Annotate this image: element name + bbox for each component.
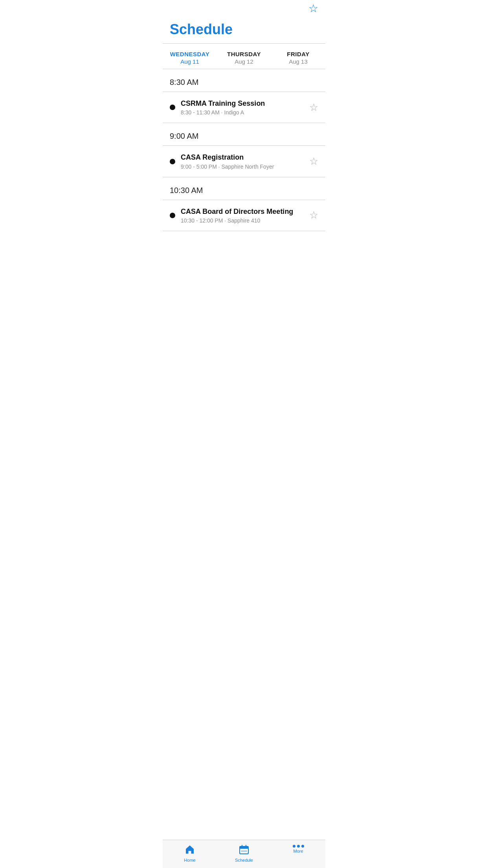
session-casa-registration[interactable]: CASA Registration 9:00 - 5:00 PM · Sapph… (163, 146, 325, 177)
tab-thursday-date: Aug 12 (235, 58, 253, 65)
session-favorite-csrma[interactable]: ☆ (309, 101, 318, 114)
session-favorite-board[interactable]: ☆ (309, 209, 318, 221)
favorite-icon-top[interactable]: ☆ (308, 3, 318, 14)
tab-wednesday[interactable]: WEDNESDAY Aug 11 (163, 51, 217, 65)
time-label-1030: 10:30 AM (163, 177, 325, 200)
time-section-900: 9:00 AM CASA Registration 9:00 - 5:00 PM… (163, 123, 325, 177)
tab-friday-name: FRIDAY (287, 51, 309, 57)
tab-friday-date: Aug 13 (289, 58, 308, 65)
session-title-board: CASA Board of Directors Meeting (181, 207, 305, 216)
session-info: CASA Registration 9:00 - 5:00 PM · Sapph… (181, 153, 305, 169)
session-meta-registration: 9:00 - 5:00 PM · Sapphire North Foyer (181, 164, 305, 170)
tab-friday[interactable]: FRIDAY Aug 13 (271, 51, 325, 65)
session-meta-csrma: 8:30 - 11:30 AM · Indigo A (181, 109, 305, 116)
tab-wednesday-name: WEDNESDAY (170, 51, 210, 57)
session-meta-board: 10:30 - 12:00 PM · Sapphire 410 (181, 217, 305, 224)
session-info: CSRMA Training Session 8:30 - 11:30 AM ·… (181, 99, 305, 116)
session-info: CASA Board of Directors Meeting 10:30 - … (181, 207, 305, 224)
time-label-900: 9:00 AM (163, 123, 325, 145)
session-title-csrma: CSRMA Training Session (181, 99, 305, 108)
session-title-registration: CASA Registration (181, 153, 305, 162)
status-bar: ☆ (163, 0, 325, 17)
session-csrma-training[interactable]: CSRMA Training Session 8:30 - 11:30 AM ·… (163, 92, 325, 123)
session-casa-board[interactable]: CASA Board of Directors Meeting 10:30 - … (163, 200, 325, 231)
tab-wednesday-date: Aug 11 (180, 58, 199, 65)
time-section-1030: 10:30 AM CASA Board of Directors Meeting… (163, 177, 325, 231)
session-dot (170, 105, 175, 110)
session-dot (170, 213, 175, 218)
session-favorite-registration[interactable]: ☆ (309, 155, 318, 167)
session-dot (170, 159, 175, 164)
tab-thursday[interactable]: THURSDAY Aug 12 (217, 51, 271, 65)
time-label-830: 8:30 AM (163, 69, 325, 92)
day-tabs: WEDNESDAY Aug 11 THURSDAY Aug 12 FRIDAY … (163, 44, 325, 69)
time-section-830: 8:30 AM CSRMA Training Session 8:30 - 11… (163, 69, 325, 123)
tab-thursday-name: THURSDAY (227, 51, 261, 57)
page-title: Schedule (163, 17, 325, 43)
schedule-content: 8:30 AM CSRMA Training Session 8:30 - 11… (163, 69, 325, 263)
